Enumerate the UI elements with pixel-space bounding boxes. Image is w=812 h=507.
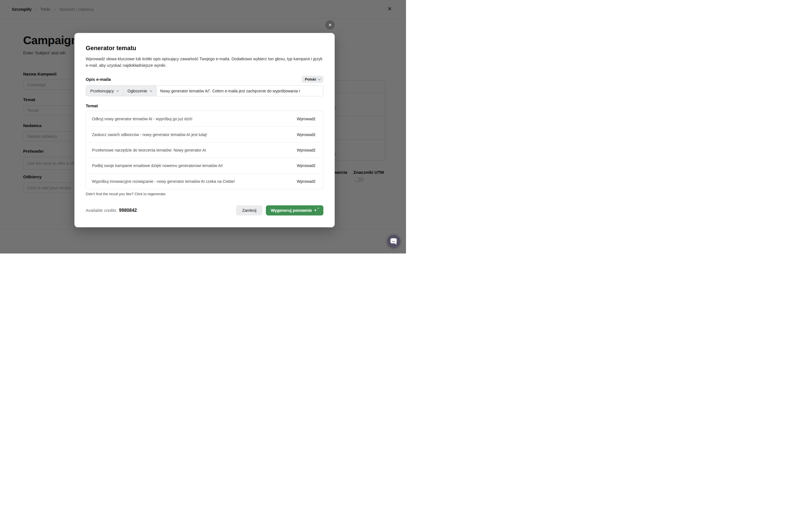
tone-select-value: Przekonujący [90, 89, 114, 93]
subject-suggestion-row: Przełomowe narzędzie do tworzenia temató… [86, 142, 323, 158]
tone-select[interactable]: Przekonujący [86, 86, 123, 96]
regenerate-button[interactable]: Wygeneruj ponownie ✦ ✦ [266, 205, 323, 216]
email-description-input[interactable] [156, 86, 323, 96]
available-credits: Available credits 9980842 [86, 208, 137, 213]
smile-icon [392, 240, 395, 242]
modal-title: Generator tematu [86, 45, 323, 52]
subject-suggestion-list: Odkryj nowy generator tematów AI - wypró… [86, 111, 323, 189]
subject-suggestion-row: Podbij swoje kampanie emailowe dzięki no… [86, 158, 323, 173]
language-select-value: Polski [305, 77, 316, 81]
credits-value: 9980842 [119, 208, 137, 213]
sparkles-icon: ✦ ✦ [314, 208, 319, 213]
modal-close-button[interactable]: ✕ [325, 20, 335, 30]
close-modal-button[interactable]: Zamknij [236, 205, 263, 216]
campaign-type-value: Ogłoszenie [128, 89, 147, 93]
subject-list-label: Temat [86, 103, 323, 108]
chat-bubble-icon [391, 238, 397, 243]
insert-suggestion-button[interactable]: Wprowadź [297, 148, 315, 152]
insert-suggestion-button[interactable]: Wprowadź [297, 132, 315, 137]
close-icon: ✕ [328, 22, 332, 27]
regenerate-button-label: Wygeneruj ponownie [271, 208, 312, 213]
chevron-down-icon [116, 89, 119, 92]
suggestion-text: Odkryj nowy generator tematów AI - wypró… [92, 117, 192, 121]
email-description-label: Opis e-maila [86, 77, 111, 82]
chevron-down-icon [318, 77, 321, 80]
chevron-down-icon [150, 89, 153, 92]
subject-generator-modal: Generator tematu Wprowadź słowa kluczowe… [74, 33, 335, 227]
insert-suggestion-button[interactable]: Wprowadź [297, 117, 315, 121]
chat-launcher-button[interactable] [387, 235, 400, 248]
insert-suggestion-button[interactable]: Wprowadź [297, 163, 315, 168]
credits-label: Available credits [86, 208, 116, 213]
subject-suggestion-row: Odkryj nowy generator tematów AI - wypró… [86, 111, 323, 126]
subject-suggestion-row: Wypróbuj innowacyjne rozwiązanie - nowy … [86, 173, 323, 189]
modal-description: Wprowadź słowa kluczowe lub krótki opis … [86, 56, 323, 68]
suggestion-text: Przełomowe narzędzie do tworzenia temató… [92, 148, 206, 152]
suggestion-text: Podbij swoje kampanie emailowe dzięki no… [92, 163, 223, 168]
suggestion-text: Zaskocz swoich odbiorców - nowy generato… [92, 132, 207, 137]
campaign-type-select[interactable]: Ogłoszenie [123, 86, 156, 96]
language-select[interactable]: Polski [302, 76, 323, 83]
suggestion-text: Wypróbuj innowacyjne rozwiązanie - nowy … [92, 179, 235, 184]
subject-suggestion-row: Zaskocz swoich odbiorców - nowy generato… [86, 126, 323, 142]
regenerate-hint: Didn't find the result you like? Click t… [86, 192, 323, 196]
insert-suggestion-button[interactable]: Wprowadź [297, 179, 315, 184]
description-input-group: Przekonujący Ogłoszenie [86, 86, 323, 96]
